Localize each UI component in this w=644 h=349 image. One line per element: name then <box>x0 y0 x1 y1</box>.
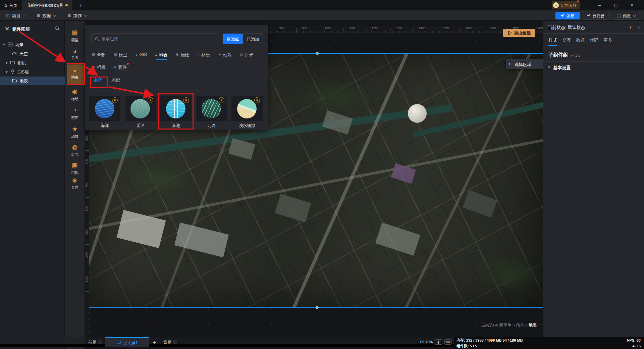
close-button[interactable]: ✕ <box>626 0 638 10</box>
subtab-terrain[interactable]: 地形 <box>111 76 120 83</box>
category-model[interactable]: ▤模型 <box>113 51 127 60</box>
cloud-host-button[interactable]: 云托管 <box>582 12 609 19</box>
background-tab[interactable]: 背景 + <box>160 339 180 345</box>
basic-settings-label: 基本设置 <box>553 64 571 70</box>
tab-home[interactable]: ⌂ 首页 <box>0 0 21 10</box>
tree-item-terrain[interactable]: 地表 <box>0 77 65 85</box>
chevron-left-icon[interactable] <box>509 63 512 65</box>
fit-arrows-icon <box>437 340 440 344</box>
fit-screen-button[interactable] <box>435 339 442 345</box>
data-icon: ⊟ <box>37 13 40 18</box>
basic-settings-section[interactable]: 基本设置 ⋮ <box>543 61 644 73</box>
unsaved-dot-icon <box>65 4 68 6</box>
caret-right-icon[interactable] <box>6 61 8 64</box>
toolbar-item-model[interactable]: ▤模型 <box>65 29 85 42</box>
document-tab-label: 我的空白GIS3D场景 <box>27 2 63 8</box>
selection-handle[interactable] <box>316 52 319 55</box>
tree-item-camera[interactable]: 相机 <box>0 58 65 67</box>
maximize-button[interactable]: ▢ <box>610 0 622 10</box>
selection-handle[interactable] <box>316 306 319 309</box>
map-green-patch <box>475 255 542 292</box>
publish-button[interactable]: 发布 <box>555 12 580 19</box>
minimize-button[interactable]: ─ <box>594 0 606 10</box>
tab-style[interactable]: 样式 <box>548 34 557 46</box>
add-foreground-icon[interactable]: + <box>98 340 102 344</box>
toolbar-item-camera[interactable]: ▣相机 <box>65 162 85 175</box>
preview-button[interactable]: 预览 <box>612 12 640 19</box>
plot-pin-icon: ◉ <box>65 88 85 95</box>
component-card-pool[interactable]: ♛ 泳池 <box>160 96 192 128</box>
component-search[interactable] <box>92 34 217 44</box>
caret-right-icon[interactable] <box>6 70 8 73</box>
toolbar-item-label: 标绘 <box>65 96 85 101</box>
menu-project[interactable]: ▢ 项目 <box>3 10 28 21</box>
card-label: 河流 <box>196 122 227 128</box>
component-card-ocean[interactable]: ♛ 海洋 <box>89 96 120 128</box>
tree-item-scene[interactable]: 场景 <box>0 40 65 49</box>
toolbar-item-gis[interactable]: ◕GIS <box>65 48 85 60</box>
search-icon[interactable] <box>55 26 60 31</box>
component-card-shallow-water[interactable]: ♛ 浅水模拟 <box>231 96 263 128</box>
caret-down-icon[interactable] <box>3 44 5 45</box>
h-ruler-label: 1200 <box>372 27 378 30</box>
component-card-lake[interactable]: ♛ 湖泊 <box>125 96 156 128</box>
toolbar-item-light[interactable]: ◍灯光 <box>65 144 85 157</box>
add-background-icon[interactable]: + <box>173 340 177 344</box>
toolbar-item-material[interactable]: ◔材质 <box>65 107 85 120</box>
foreground-tab[interactable]: 前景 + <box>85 339 105 345</box>
component-card-river[interactable]: ♛ 河流 <box>196 96 227 128</box>
more-options-icon[interactable]: ⋮ <box>635 65 639 70</box>
bottom-tab-strip: 前景 + 子大屏1 + 背景 + 69.79% ⌨ >_ <box>85 337 454 347</box>
selected-path-prefix: 当前选中: 鲸孪生 > 场景 > <box>481 323 529 328</box>
screen-tab-active[interactable]: 子大屏1 <box>105 337 149 347</box>
toolbar-item-kit[interactable]: ◈套件 <box>65 177 85 190</box>
menu-separator <box>62 13 62 18</box>
toolbar-item-terrain[interactable]: ◒地表 <box>65 66 85 80</box>
tab-code[interactable]: 代码 <box>590 34 598 46</box>
library-button[interactable]: 资源库 <box>223 34 243 44</box>
tree-item-gis-layer[interactable]: GIS层 <box>0 67 65 76</box>
added-button[interactable]: 已添加 <box>243 34 263 44</box>
toolbar-item-plot[interactable]: ◉标绘 <box>65 88 85 101</box>
add-screen-button[interactable]: + <box>149 339 160 345</box>
h-ruler-label: 1700 <box>489 27 496 30</box>
search-input[interactable] <box>101 37 214 41</box>
menu-operations[interactable]: ⊞ 操作 <box>64 10 89 21</box>
home-tab-label: 首页 <box>9 2 17 8</box>
tree-item-sky[interactable]: 天空 <box>0 49 65 58</box>
toolbar-item-label: 材质 <box>65 115 85 120</box>
category-material[interactable]: ◔材质 <box>197 51 210 60</box>
category-gis[interactable]: ◕GIS <box>136 51 147 60</box>
subtab-water[interactable]: 水体 <box>93 76 103 83</box>
map-tank-dome <box>408 104 427 123</box>
category-terrain[interactable]: ◒地表 <box>155 51 168 60</box>
ocean-thumbnail <box>95 99 114 118</box>
new-tab-button[interactable]: + <box>76 0 85 10</box>
tab-document[interactable]: 我的空白GIS3D场景 <box>22 0 72 10</box>
category-camera[interactable]: ▣相机 <box>92 64 105 72</box>
keyboard-shortcuts-button[interactable]: ⌨ <box>444 339 451 345</box>
select-region-panel[interactable]: 选择区域 <box>506 59 543 69</box>
tab-data[interactable]: 数据 <box>576 34 585 46</box>
category-light[interactable]: ◍灯光 <box>240 51 254 60</box>
menu-data[interactable]: ⊟ 数据 <box>34 10 58 21</box>
tab-more[interactable]: 更多 <box>603 34 612 46</box>
toolbar-item-effects[interactable]: ★动效 <box>65 126 85 139</box>
chevron-right-icon[interactable] <box>637 26 640 28</box>
exit-edit-button[interactable]: 退出编辑 <box>503 29 535 37</box>
card-label: 湖泊 <box>125 122 156 128</box>
category-plot[interactable]: ◉标绘 <box>176 51 190 60</box>
category-effects[interactable]: ★动效 <box>218 51 232 60</box>
menu-data-label: 数据 <box>42 12 51 19</box>
chevron-down-icon <box>84 14 87 16</box>
category-kit[interactable]: ◈套件 <box>113 64 126 72</box>
zoom-level[interactable]: 69.79% <box>420 340 433 344</box>
light-icon: ◍ <box>240 52 243 57</box>
h-ruler-label: 1400 <box>419 27 425 30</box>
camera-icon: ▣ <box>65 162 85 169</box>
custom-service-badge[interactable]: ◆ 定制服务 <box>552 1 580 9</box>
tree-item-label: 场景 <box>15 41 23 48</box>
add-state-button[interactable]: + <box>629 24 632 31</box>
tab-interaction[interactable]: 交互 <box>562 34 571 46</box>
category-all[interactable]: ▦全部 <box>92 51 105 60</box>
